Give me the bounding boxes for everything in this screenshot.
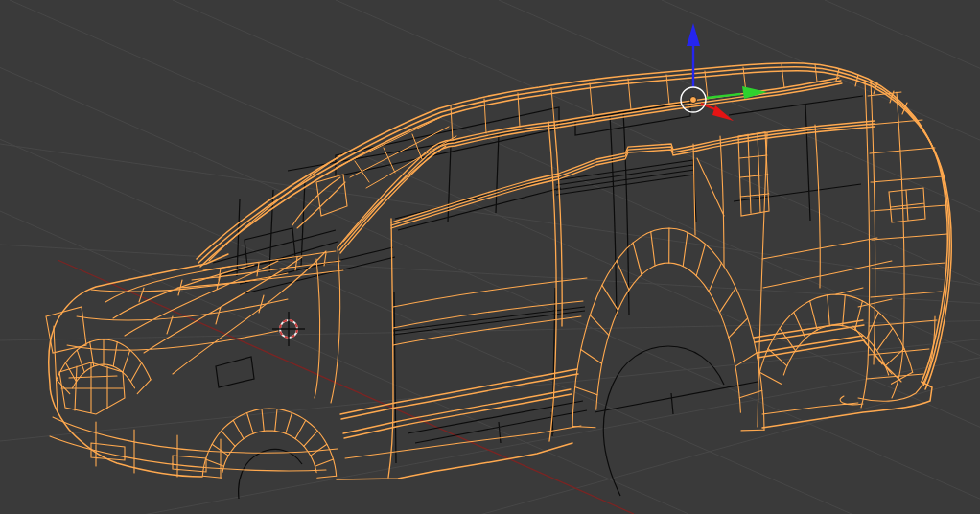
viewport-background xyxy=(0,0,980,514)
gizmo-center-dot[interactable] xyxy=(690,97,697,104)
viewport-3d[interactable] xyxy=(0,0,980,514)
